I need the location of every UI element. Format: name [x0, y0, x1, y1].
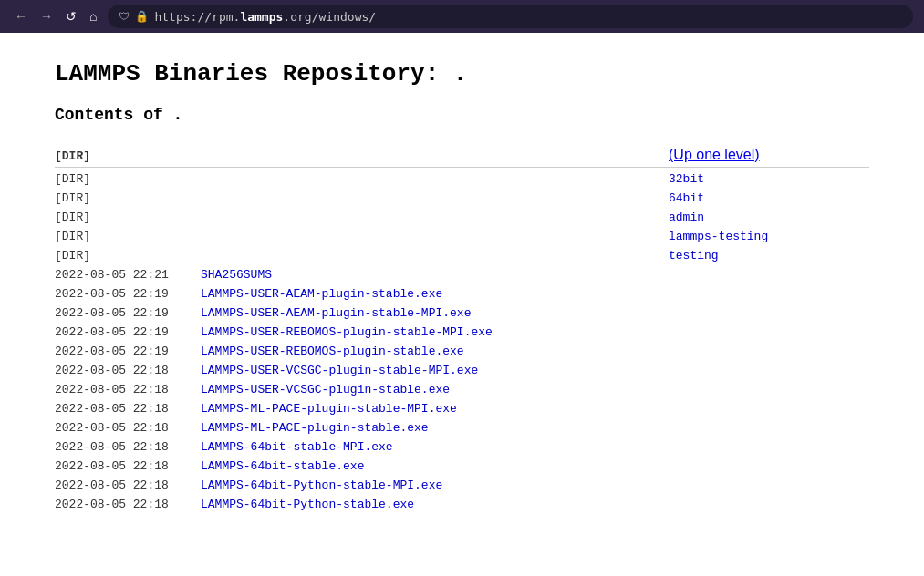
file-date: 2022-08-05 22:18 [55, 418, 201, 437]
page-title: LAMMPS Binaries Repository: . [55, 60, 869, 87]
file-date: 2022-08-05 22:18 [55, 457, 201, 476]
file-link-cell: LAMMPS-64bit-Python-stable-MPI.exe [201, 476, 869, 495]
file-date: 2022-08-05 22:18 [55, 495, 201, 514]
header-up-link[interactable]: (Up one level) [669, 147, 869, 163]
page-content: LAMMPS Binaries Repository: . Contents o… [0, 33, 924, 541]
browser-chrome: ← → ↺ ⌂ 🛡 🔒 https://rpm.lammps.org/windo… [0, 0, 924, 33]
file-date: 2022-08-05 22:18 [55, 399, 201, 418]
file-link[interactable]: LAMMPS-USER-VCSGC-plugin-stable-MPI.exe [201, 364, 478, 377]
url-domain: lammps [240, 10, 283, 24]
file-link[interactable]: LAMMPS-USER-VCSGC-plugin-stable.exe [201, 383, 450, 396]
dir-link-cell: 32bit [669, 170, 869, 189]
file-link-cell: LAMMPS-USER-AEAM-plugin-stable-MPI.exe [201, 303, 869, 323]
divider [55, 139, 869, 139]
table-row: [DIR]admin [55, 208, 869, 227]
nav-buttons: ← → ↺ ⌂ [11, 7, 100, 26]
table-row: 2022-08-05 22:19LAMMPS-USER-REBOMOS-plug… [55, 323, 869, 342]
table-row: 2022-08-05 22:18LAMMPS-64bit-stable-MPI.… [55, 437, 869, 457]
file-link[interactable]: LAMMPS-64bit-stable.exe [201, 459, 364, 473]
table-row: 2022-08-05 22:18LAMMPS-USER-VCSGC-plugin… [55, 380, 869, 399]
table-row: 2022-08-05 22:18LAMMPS-64bit-stable.exe [55, 457, 869, 476]
file-date: 2022-08-05 22:18 [55, 361, 201, 380]
url-prefix: https://rpm. [154, 10, 240, 24]
table-row: 2022-08-05 22:21SHA256SUMS [55, 265, 869, 284]
dir-type-label: [DIR] [55, 170, 173, 189]
table-row: 2022-08-05 22:18LAMMPS-ML-PACE-plugin-st… [55, 418, 869, 437]
dir-type-label: [DIR] [55, 227, 173, 246]
file-link-cell: LAMMPS-64bit-stable.exe [201, 457, 869, 476]
file-link[interactable]: LAMMPS-USER-AEAM-plugin-stable-MPI.exe [201, 306, 471, 320]
file-date: 2022-08-05 22:19 [55, 303, 201, 323]
header-dir-label: [DIR] [55, 149, 173, 163]
dir-link-cell: 64bit [669, 189, 869, 208]
table-row: [DIR]testing [55, 246, 869, 265]
forward-button[interactable]: → [36, 7, 57, 26]
address-bar[interactable]: 🛡 🔒 https://rpm.lammps.org/windows/ [108, 5, 913, 28]
file-link-cell: LAMMPS-USER-AEAM-plugin-stable.exe [201, 284, 869, 303]
dir-link-cell: lammps-testing [669, 227, 869, 246]
file-link-cell: LAMMPS-USER-VCSGC-plugin-stable.exe [201, 380, 869, 399]
file-link-cell: LAMMPS-USER-REBOMOS-plugin-stable-MPI.ex… [201, 323, 869, 342]
dir-link-cell: testing [669, 246, 869, 265]
refresh-button[interactable]: ↺ [62, 7, 80, 26]
dir-link[interactable]: lammps-testing [669, 230, 768, 243]
file-link-cell: LAMMPS-64bit-stable-MPI.exe [201, 437, 869, 457]
dir-link[interactable]: 32bit [669, 172, 704, 186]
dir-link[interactable]: 64bit [669, 191, 704, 205]
file-link-cell: LAMMPS-USER-VCSGC-plugin-stable-MPI.exe [201, 361, 869, 380]
file-date: 2022-08-05 22:19 [55, 284, 201, 303]
home-button[interactable]: ⌂ [86, 7, 100, 26]
dir-link-cell: admin [669, 208, 869, 227]
dir-type-label: [DIR] [55, 189, 173, 208]
dir-type-label: [DIR] [55, 208, 173, 227]
file-link-cell: LAMMPS-64bit-Python-stable.exe [201, 495, 869, 514]
table-row: 2022-08-05 22:18LAMMPS-USER-VCSGC-plugin… [55, 361, 869, 380]
table-header-row: [DIR] (Up one level) [55, 147, 869, 168]
table-row: 2022-08-05 22:18LAMMPS-64bit-Python-stab… [55, 495, 869, 514]
file-link[interactable]: SHA256SUMS [201, 268, 272, 282]
file-link[interactable]: LAMMPS-64bit-Python-stable-MPI.exe [201, 478, 442, 492]
table-row: 2022-08-05 22:19LAMMPS-USER-REBOMOS-plug… [55, 342, 869, 361]
table-row: [DIR]64bit [55, 189, 869, 208]
file-link-cell: LAMMPS-ML-PACE-plugin-stable-MPI.exe [201, 399, 869, 418]
url-suffix: .org/windows/ [283, 10, 376, 24]
file-date: 2022-08-05 22:18 [55, 380, 201, 399]
file-table: [DIR]32bit[DIR]64bit[DIR]admin[DIR]lammp… [55, 170, 869, 514]
table-row: [DIR]32bit [55, 170, 869, 189]
file-link[interactable]: LAMMPS-64bit-Python-stable.exe [201, 498, 414, 511]
file-link[interactable]: LAMMPS-ML-PACE-plugin-stable-MPI.exe [201, 402, 457, 416]
file-link-cell: LAMMPS-USER-REBOMOS-plugin-stable.exe [201, 342, 869, 361]
file-date: 2022-08-05 22:18 [55, 476, 201, 495]
dir-link[interactable]: admin [669, 211, 704, 224]
table-row: 2022-08-05 22:19LAMMPS-USER-AEAM-plugin-… [55, 284, 869, 303]
shield-icon: 🛡 [119, 10, 130, 23]
file-date: 2022-08-05 22:21 [55, 265, 201, 284]
file-link[interactable]: LAMMPS-USER-AEAM-plugin-stable.exe [201, 287, 442, 301]
dir-type-label: [DIR] [55, 246, 173, 265]
table-row: 2022-08-05 22:19LAMMPS-USER-AEAM-plugin-… [55, 303, 869, 323]
lock-icon: 🔒 [135, 10, 149, 23]
address-text: https://rpm.lammps.org/windows/ [154, 10, 376, 24]
file-link[interactable]: LAMMPS-64bit-stable-MPI.exe [201, 440, 393, 454]
file-link-cell: SHA256SUMS [201, 265, 869, 284]
table-row: 2022-08-05 22:18LAMMPS-64bit-Python-stab… [55, 476, 869, 495]
file-link-cell: LAMMPS-ML-PACE-plugin-stable.exe [201, 418, 869, 437]
file-date: 2022-08-05 22:19 [55, 342, 201, 361]
file-date: 2022-08-05 22:18 [55, 437, 201, 457]
file-link[interactable]: LAMMPS-USER-REBOMOS-plugin-stable-MPI.ex… [201, 325, 493, 339]
back-button[interactable]: ← [11, 7, 31, 26]
table-row: [DIR]lammps-testing [55, 227, 869, 246]
table-row: 2022-08-05 22:18LAMMPS-ML-PACE-plugin-st… [55, 399, 869, 418]
file-date: 2022-08-05 22:19 [55, 323, 201, 342]
file-link[interactable]: LAMMPS-ML-PACE-plugin-stable.exe [201, 421, 429, 435]
dir-link[interactable]: testing [669, 249, 719, 262]
file-link[interactable]: LAMMPS-USER-REBOMOS-plugin-stable.exe [201, 345, 464, 358]
contents-heading: Contents of . [55, 106, 869, 124]
